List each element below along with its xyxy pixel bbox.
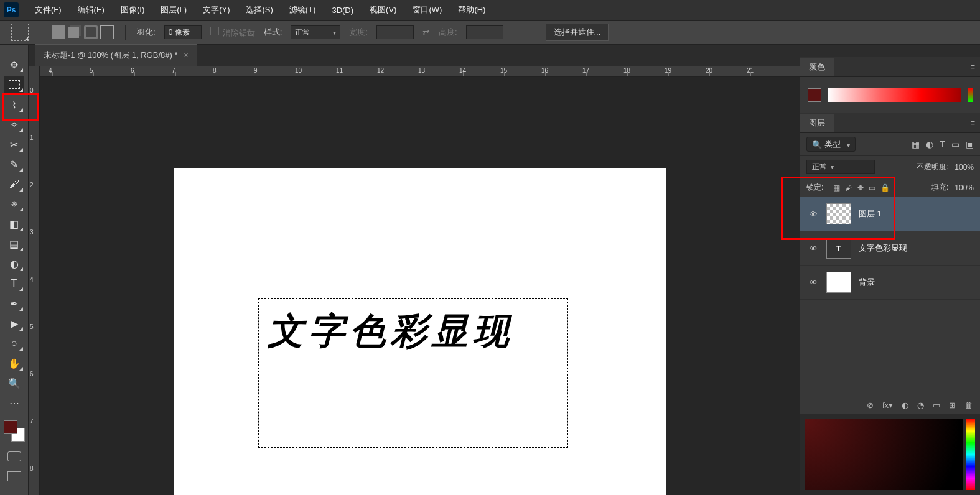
path-select-tool[interactable]: ▶: [4, 315, 24, 332]
antialias-label: 消除锯齿: [223, 28, 255, 37]
close-icon[interactable]: ×: [184, 51, 188, 60]
blend-mode-select[interactable]: 正常: [806, 160, 875, 174]
fill-value[interactable]: 100%: [954, 183, 974, 192]
color-panel-tabs: 颜色 ≡: [800, 57, 980, 77]
selection-subtract-icon[interactable]: [84, 25, 98, 39]
link-layers-icon[interactable]: ⊘: [867, 400, 874, 410]
separator: [40, 25, 40, 40]
layer-name[interactable]: 背景: [859, 277, 875, 288]
current-tool-icon[interactable]: [11, 24, 29, 41]
type-tool[interactable]: T: [4, 275, 24, 292]
panel-menu-icon[interactable]: ≡: [970, 118, 975, 127]
fill-label: 填充:: [931, 182, 948, 193]
style-label: 样式:: [264, 27, 282, 38]
width-input: [376, 25, 414, 39]
menu-edit[interactable]: 编辑(E): [70, 2, 112, 18]
filter-smart-icon[interactable]: ▣: [966, 139, 974, 149]
filter-shape-icon[interactable]: ▭: [951, 139, 959, 149]
menubar: Ps 文件(F) 编辑(E) 图像(I) 图层(L) 文字(Y) 选择(S) 滤…: [0, 0, 980, 20]
mini-hue-bar[interactable]: [968, 88, 973, 102]
screen-mode-icon[interactable]: [7, 471, 21, 481]
document-tab-title: 未标题-1 @ 100% (图层 1, RGB/8#) *: [44, 50, 177, 61]
document-tab[interactable]: 未标题-1 @ 100% (图层 1, RGB/8#) * ×: [35, 44, 197, 66]
separator: [125, 25, 126, 40]
feather-label: 羽化:: [137, 27, 156, 38]
layer-row[interactable]: 👁 背景: [800, 266, 980, 300]
menu-layer[interactable]: 图层(L): [153, 2, 194, 18]
selection-add-icon[interactable]: [68, 27, 79, 38]
right-panels: 颜色 ≡ 图层 ≡ 🔍 类型 ▦ ◐ T ▭ ▣ 正常 不透: [800, 57, 980, 495]
layer-filter-label: 类型: [824, 139, 841, 150]
color-ramp[interactable]: [828, 88, 961, 102]
visibility-icon[interactable]: 👁: [808, 244, 819, 253]
filter-type-icon[interactable]: T: [940, 139, 945, 149]
quick-mask-icon[interactable]: [7, 451, 21, 461]
layer-name[interactable]: 文字色彩显现: [859, 243, 907, 254]
layer-thumbnail[interactable]: [826, 272, 851, 293]
tab-color[interactable]: 颜色: [800, 58, 834, 76]
opacity-value[interactable]: 100%: [954, 163, 974, 172]
menu-image[interactable]: 图像(I): [113, 2, 152, 18]
gradient-tool[interactable]: ▤: [4, 235, 24, 252]
panel-menu-icon[interactable]: ≡: [970, 62, 975, 72]
layers-footer: ⊘ fx▾ ◐ ◔ ▭ ⊞ 🗑: [800, 396, 980, 414]
style-select[interactable]: 正常: [291, 25, 340, 39]
menu-view[interactable]: 视图(V): [362, 2, 404, 18]
menu-help[interactable]: 帮助(H): [450, 2, 493, 18]
eyedropper-tool[interactable]: ✎: [4, 155, 24, 173]
blur-tool[interactable]: ◐: [4, 255, 24, 272]
zoom-tool[interactable]: 🔍: [4, 374, 24, 392]
move-tool[interactable]: ✥: [4, 56, 24, 73]
eraser-tool[interactable]: ◧: [4, 215, 24, 233]
group-icon[interactable]: ▭: [933, 400, 940, 410]
menu-3d[interactable]: 3D(D): [324, 3, 361, 17]
antialias-checkbox: 消除锯齿: [210, 27, 255, 39]
filter-pixel-icon[interactable]: ▦: [912, 139, 920, 149]
selection-intersect-icon[interactable]: [100, 25, 114, 39]
clone-stamp-tool[interactable]: ⎈: [4, 195, 24, 213]
edit-toolbar[interactable]: ⋯: [4, 394, 24, 412]
feather-input[interactable]: 0 像素: [164, 25, 202, 39]
layers-filter-row: 🔍 类型 ▦ ◐ T ▭ ▣: [800, 133, 980, 156]
color-swatch[interactable]: [808, 88, 821, 102]
mask-icon[interactable]: ◐: [902, 400, 908, 410]
menu-type[interactable]: 文字(Y): [195, 2, 237, 18]
filter-adjust-icon[interactable]: ◐: [926, 139, 933, 149]
shape-tool[interactable]: ○: [4, 335, 24, 352]
artboard[interactable]: 文字色彩显现: [174, 168, 666, 495]
visibility-icon[interactable]: 👁: [808, 278, 819, 287]
layers-panel-tabs: 图层 ≡: [800, 113, 980, 133]
tab-layers[interactable]: 图层: [800, 114, 834, 132]
hand-tool[interactable]: ✋: [4, 354, 24, 372]
color-field[interactable]: [805, 419, 963, 490]
brush-tool[interactable]: 🖌: [4, 175, 24, 193]
select-and-mask-button[interactable]: 选择并遮住...: [546, 24, 609, 41]
options-bar: 羽化: 0 像素 消除锯齿 样式: 正常 宽度: ⇄ 高度: 选择并遮住...: [0, 20, 980, 45]
app-logo: Ps: [4, 2, 19, 17]
menu-window[interactable]: 窗口(W): [405, 2, 449, 18]
height-label: 高度:: [439, 27, 457, 38]
opacity-label: 不透明度:: [917, 162, 948, 172]
delete-layer-icon[interactable]: 🗑: [964, 400, 973, 410]
adjustment-icon[interactable]: ◔: [917, 400, 924, 410]
blend-row: 正常 不透明度: 100%: [800, 156, 980, 178]
menu-filter[interactable]: 滤镜(T): [282, 2, 324, 18]
layer-filter-select[interactable]: 🔍 类型: [806, 137, 856, 152]
search-icon: 🔍: [812, 140, 822, 149]
hue-slider[interactable]: [966, 419, 975, 490]
swap-wh-icon: ⇄: [422, 27, 430, 37]
annotation-highlight-tool: [2, 93, 39, 121]
selection-new-icon[interactable]: [52, 25, 65, 39]
marquee-tool[interactable]: [4, 76, 24, 93]
layer-thumbnail-type-icon[interactable]: T: [826, 238, 851, 259]
selection-mode-group: [52, 25, 114, 39]
crop-tool[interactable]: ✂: [4, 136, 24, 153]
new-layer-icon[interactable]: ⊞: [949, 400, 956, 410]
pen-tool[interactable]: ✒: [4, 295, 24, 312]
annotation-highlight-layer: [781, 177, 895, 240]
foreground-color-swatch[interactable]: [4, 420, 17, 434]
menu-select[interactable]: 选择(S): [238, 2, 280, 18]
fx-icon[interactable]: fx▾: [882, 400, 893, 410]
color-swatches[interactable]: [4, 420, 25, 442]
menu-file[interactable]: 文件(F): [27, 2, 69, 18]
